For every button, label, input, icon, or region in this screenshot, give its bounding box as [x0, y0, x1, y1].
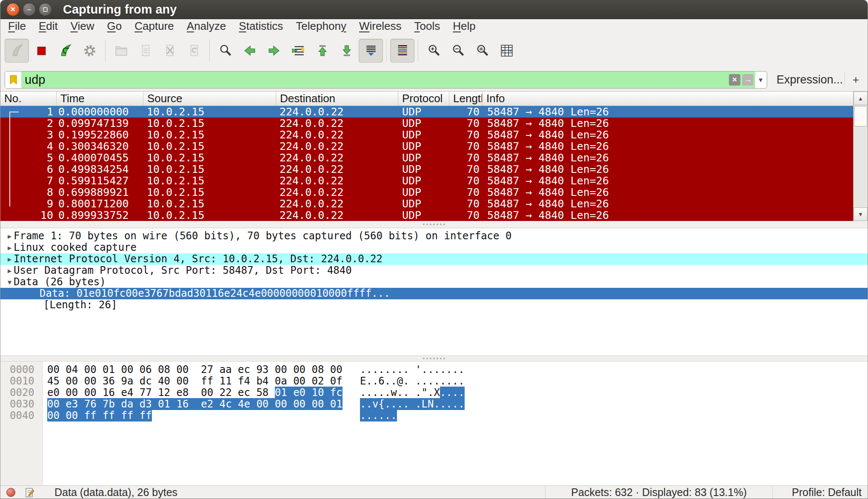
- packet-row[interactable]: 40.30034632010.0.2.15224.0.0.22UDP705848…: [0, 141, 854, 152]
- column-header-source[interactable]: Source: [143, 92, 276, 106]
- hex-bytes[interactable]: 00 00 ff ff ff ff: [43, 410, 341, 422]
- close-file-button[interactable]: [157, 39, 182, 63]
- menu-capture[interactable]: Capture: [134, 20, 174, 32]
- hex-row[interactable]: 003000 e3 76 7b da d3 01 16 e2 4c 4e 00 …: [0, 399, 868, 410]
- cell-info: 58487 → 4840 Len=26: [483, 129, 854, 141]
- hex-ascii[interactable]: ..v{.... .LN.....: [341, 399, 465, 410]
- column-header-no[interactable]: No.: [0, 92, 57, 106]
- column-header-time[interactable]: Time: [57, 92, 143, 106]
- filter-clear-button[interactable]: ×: [729, 74, 740, 86]
- scroll-up-button[interactable]: ▲: [854, 92, 868, 105]
- detail-line[interactable]: ▸Frame 1: 70 bytes on wire (560 bits), 7…: [0, 230, 868, 242]
- expand-expanded-icon[interactable]: ▾: [0, 276, 14, 288]
- hex-row[interactable]: 000000 04 00 01 00 06 08 00 27 aa ec 93 …: [0, 364, 868, 376]
- capture-comment-icon[interactable]: [25, 488, 35, 498]
- hex-ascii[interactable]: .....w.. .".X....: [341, 387, 465, 399]
- expression-button[interactable]: Expression...: [777, 73, 843, 86]
- column-header-info[interactable]: Info: [483, 92, 854, 106]
- zoom-in-button[interactable]: [422, 39, 446, 63]
- detail-line[interactable]: [Length: 26]: [0, 299, 868, 311]
- find-packet-button[interactable]: [213, 39, 237, 63]
- go-forward-button[interactable]: [262, 39, 286, 63]
- menu-go[interactable]: Go: [107, 20, 122, 32]
- save-file-button[interactable]: [133, 39, 157, 63]
- detail-line[interactable]: ▾Data (26 bytes): [0, 276, 868, 288]
- scroll-down-button[interactable]: ▼: [854, 207, 868, 221]
- zoom-out-button[interactable]: [446, 39, 470, 63]
- column-header-length[interactable]: Length: [449, 92, 483, 106]
- menu-view[interactable]: View: [71, 20, 94, 32]
- menu-statistics[interactable]: Statistics: [239, 20, 283, 32]
- hex-row[interactable]: 0020e0 00 00 16 e4 77 12 e8 00 22 ec 58 …: [0, 387, 868, 399]
- toolbar-separator: [418, 40, 418, 62]
- go-to-packet-button[interactable]: [286, 39, 310, 63]
- detail-line[interactable]: ▸User Datagram Protocol, Src Port: 58487…: [0, 265, 868, 276]
- expand-collapsed-icon[interactable]: ▸: [0, 230, 14, 242]
- colorize-button[interactable]: [390, 39, 414, 63]
- reload-file-button[interactable]: [182, 39, 206, 63]
- capture-options-button[interactable]: [77, 39, 102, 63]
- go-last-button[interactable]: [334, 39, 359, 63]
- add-filter-button[interactable]: +: [853, 73, 862, 86]
- packet-row[interactable]: 70.59911542710.0.2.15224.0.0.22UDP705848…: [0, 175, 854, 186]
- packet-row[interactable]: 50.40007045510.0.2.15224.0.0.22UDP705848…: [0, 152, 854, 163]
- packet-row[interactable]: 90.80017120010.0.2.15224.0.0.22UDP705848…: [0, 198, 854, 209]
- menu-help[interactable]: Help: [453, 20, 475, 32]
- hex-ascii[interactable]: ......: [341, 410, 397, 422]
- display-filter-input[interactable]: udp × → ▼: [5, 71, 767, 89]
- detail-text: User Datagram Protocol, Src Port: 58487,…: [14, 265, 352, 276]
- expand-collapsed-icon[interactable]: ▸: [0, 265, 14, 276]
- maximize-icon: [43, 7, 48, 12]
- menu-tools[interactable]: Tools: [414, 20, 440, 32]
- maximize-button[interactable]: [39, 3, 52, 16]
- detail-line[interactable]: Data: 01e010fc00e3767bdad30116e24c4e0000…: [0, 288, 868, 299]
- packet-list-scrollbar[interactable]: ▲ ▼: [853, 92, 868, 221]
- zoom-original-button[interactable]: [470, 39, 494, 63]
- packet-row[interactable]: 60.49983425410.0.2.15224.0.0.22UDP705848…: [0, 163, 854, 175]
- filter-dropdown-caret[interactable]: ▼: [756, 72, 765, 88]
- scrollbar-thumb[interactable]: [854, 106, 867, 126]
- filter-text[interactable]: udp: [21, 72, 729, 88]
- hex-bytes[interactable]: 00 04 00 01 00 06 08 00 27 aa ec 93 00 0…: [43, 364, 341, 376]
- hex-ascii[interactable]: ........ '.......: [341, 364, 465, 376]
- detail-line[interactable]: ▸Linux cooked capture: [0, 242, 868, 253]
- menu-analyze[interactable]: Analyze: [187, 20, 226, 32]
- stop-capture-button[interactable]: [29, 39, 53, 63]
- packet-row[interactable]: 10.00000000010.0.2.15224.0.0.22UDP705848…: [0, 106, 854, 118]
- column-header-destination[interactable]: Destination: [276, 92, 398, 106]
- expand-collapsed-icon[interactable]: ▸: [0, 253, 14, 265]
- pane-splitter-bottom[interactable]: [0, 356, 868, 361]
- resize-columns-button[interactable]: [494, 39, 519, 63]
- close-button[interactable]: ×: [6, 3, 20, 16]
- hex-row[interactable]: 001045 00 00 36 9a dc 40 00 ff 11 f4 b4 …: [0, 376, 868, 387]
- menu-edit[interactable]: Edit: [39, 20, 58, 32]
- packet-row[interactable]: 100.89993375210.0.2.15224.0.0.22UDP70584…: [0, 209, 854, 221]
- open-file-button[interactable]: [109, 39, 133, 63]
- cell-src: 10.0.2.15: [143, 163, 276, 175]
- hex-bytes[interactable]: 00 e3 76 7b da d3 01 16 e2 4c 4e 00 00 0…: [43, 399, 341, 410]
- packet-row[interactable]: 20.09974713910.0.2.15224.0.0.22UDP705848…: [0, 118, 854, 129]
- filter-apply-button[interactable]: →: [742, 74, 754, 86]
- restart-capture-button[interactable]: [53, 39, 77, 63]
- packet-row[interactable]: 30.19952286010.0.2.15224.0.0.22UDP705848…: [0, 129, 854, 141]
- hex-bytes[interactable]: e0 00 00 16 e4 77 12 e8 00 22 ec 58 01 e…: [43, 387, 341, 399]
- go-back-button[interactable]: [237, 39, 262, 63]
- minimize-button[interactable]: –: [23, 3, 36, 16]
- packet-row[interactable]: 80.69988992110.0.2.15224.0.0.22UDP705848…: [0, 186, 854, 198]
- hex-bytes[interactable]: 45 00 00 36 9a dc 40 00 ff 11 f4 b4 0a 0…: [43, 376, 341, 387]
- column-header-protocol[interactable]: Protocol: [398, 92, 449, 106]
- hex-row[interactable]: 004000 00 ff ff ff ff......: [0, 410, 868, 422]
- hex-ascii[interactable]: E..6..@. ........: [341, 376, 465, 387]
- pane-splitter-top[interactable]: [0, 221, 868, 228]
- go-first-button[interactable]: [310, 39, 334, 63]
- expand-collapsed-icon[interactable]: ▸: [0, 242, 14, 253]
- menu-wireless[interactable]: Wireless: [359, 20, 402, 32]
- status-profile[interactable]: Profile: Default: [772, 486, 862, 499]
- start-capture-button[interactable]: [5, 39, 29, 63]
- expert-info-icon[interactable]: [6, 488, 15, 497]
- menu-file[interactable]: File: [8, 20, 26, 32]
- filter-bookmark-button[interactable]: [5, 72, 21, 88]
- auto-scroll-button[interactable]: [359, 39, 383, 63]
- menu-telephony[interactable]: Telephony: [296, 20, 346, 32]
- detail-line[interactable]: ▸Internet Protocol Version 4, Src: 10.0.…: [0, 253, 868, 265]
